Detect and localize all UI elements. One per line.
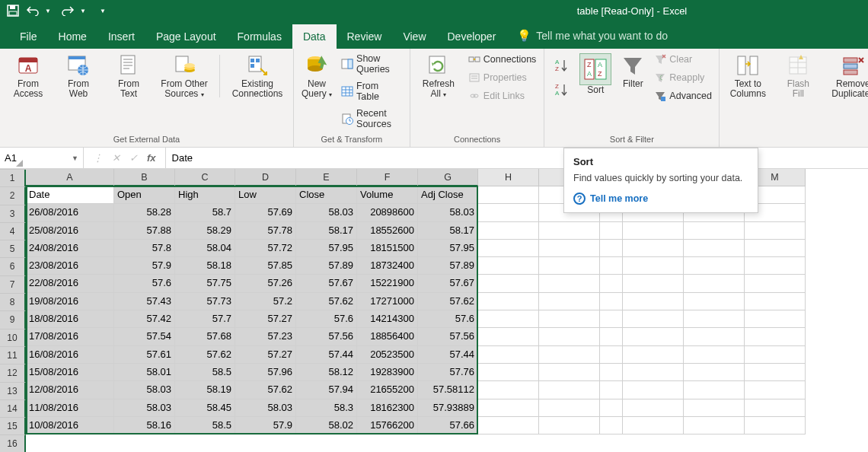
cell[interactable]: 58.03: [235, 399, 296, 417]
cell[interactable]: [745, 240, 806, 257]
tooltip-tell-me-more[interactable]: ? Tell me more: [573, 193, 748, 205]
cell[interactable]: 21655200: [357, 381, 418, 399]
cell[interactable]: [539, 417, 600, 434]
recent-sources-button[interactable]: Recent Sources: [340, 107, 404, 131]
cell[interactable]: [600, 293, 623, 310]
tab-file[interactable]: File: [9, 24, 48, 49]
cell[interactable]: 57.6: [418, 310, 478, 328]
connections-button[interactable]: Connections: [467, 52, 538, 67]
cell[interactable]: [745, 364, 806, 381]
cell[interactable]: [539, 222, 600, 240]
from-table-button[interactable]: From Table: [340, 79, 404, 103]
cell[interactable]: 57.62: [296, 293, 357, 310]
cell[interactable]: [745, 399, 806, 417]
cell[interactable]: [623, 310, 684, 328]
cell[interactable]: [539, 240, 600, 257]
cell[interactable]: 57.67: [418, 275, 478, 292]
row-header[interactable]: 6: [0, 258, 26, 275]
cell[interactable]: Volume: [357, 186, 418, 204]
cell[interactable]: [623, 328, 684, 345]
cell[interactable]: [539, 381, 600, 399]
cell[interactable]: 15/08/2016: [26, 364, 114, 381]
cell[interactable]: 23/08/2016: [26, 257, 114, 275]
cell[interactable]: 18162300: [357, 399, 418, 417]
cell[interactable]: [600, 257, 623, 275]
refresh-all-button[interactable]: RefreshAll ▾: [416, 52, 461, 103]
cell[interactable]: 57.73: [175, 293, 235, 310]
cell[interactable]: 19283900: [357, 364, 418, 381]
column-header[interactable]: H: [478, 169, 539, 186]
cell[interactable]: [745, 328, 806, 345]
tell-me-search[interactable]: 💡Tell me what you want to do: [506, 23, 678, 49]
cell[interactable]: 57.9: [235, 417, 296, 434]
cell[interactable]: [478, 310, 539, 328]
cell[interactable]: Adj Close: [418, 186, 478, 204]
cell[interactable]: [539, 293, 600, 310]
cell[interactable]: 12/08/2016: [26, 381, 114, 399]
new-query-button[interactable]: NewQuery ▾: [300, 52, 333, 131]
cell[interactable]: [684, 310, 745, 328]
cell[interactable]: 15766200: [357, 417, 418, 434]
cell[interactable]: [623, 417, 684, 434]
row-header[interactable]: 2: [0, 187, 26, 205]
cell[interactable]: [600, 275, 623, 292]
cell[interactable]: 58.04: [175, 240, 235, 257]
advanced-button[interactable]: Advanced: [653, 88, 713, 103]
cell[interactable]: 20898600: [357, 204, 418, 221]
cell[interactable]: [478, 417, 539, 434]
cell[interactable]: 58.12: [296, 364, 357, 381]
cell[interactable]: [600, 417, 623, 434]
cell[interactable]: [745, 346, 806, 364]
column-header[interactable]: E: [296, 169, 357, 186]
sort-asc-button[interactable]: AZ: [550, 54, 572, 77]
cell[interactable]: [478, 275, 539, 292]
column-header[interactable]: G: [418, 169, 478, 186]
from-other-sources-button[interactable]: From OtherSources ▾: [157, 52, 212, 100]
undo-dropdown-icon[interactable]: ▼: [41, 4, 55, 18]
cell[interactable]: [745, 293, 806, 310]
cell[interactable]: [478, 257, 539, 275]
cell[interactable]: [539, 364, 600, 381]
cell[interactable]: 57.8: [114, 240, 175, 257]
cell[interactable]: [623, 346, 684, 364]
cell[interactable]: 22/08/2016: [26, 275, 114, 292]
cell[interactable]: Date: [26, 186, 114, 204]
cell[interactable]: [478, 186, 539, 204]
row-header[interactable]: 16: [0, 435, 26, 452]
name-box[interactable]: A1▼: [0, 148, 84, 168]
cell[interactable]: 58.5: [175, 364, 235, 381]
row-header[interactable]: 9: [0, 311, 26, 329]
cell[interactable]: [600, 346, 623, 364]
cell[interactable]: [478, 364, 539, 381]
cell[interactable]: 57.27: [235, 346, 296, 364]
cell[interactable]: [478, 293, 539, 310]
cell[interactable]: 58.5: [175, 417, 235, 434]
cell[interactable]: 57.44: [418, 346, 478, 364]
cell[interactable]: 57.56: [418, 328, 478, 345]
from-web-button[interactable]: FromWeb: [56, 52, 101, 100]
cell[interactable]: [600, 381, 623, 399]
cell[interactable]: [539, 257, 600, 275]
cell[interactable]: 58.03: [114, 381, 175, 399]
qat-customize-icon[interactable]: ▼: [96, 4, 110, 18]
cell[interactable]: [745, 275, 806, 292]
cell[interactable]: 57.89: [418, 257, 478, 275]
cell[interactable]: 57.72: [235, 240, 296, 257]
cell[interactable]: [478, 222, 539, 240]
cell[interactable]: 57.78: [235, 222, 296, 240]
cell[interactable]: 57.26: [235, 275, 296, 292]
cell[interactable]: 57.62: [175, 346, 235, 364]
filter-button[interactable]: Filter: [619, 52, 646, 103]
cell[interactable]: [478, 240, 539, 257]
select-all-corner[interactable]: [0, 169, 26, 170]
cell[interactable]: 58.3: [296, 399, 357, 417]
text-to-columns-button[interactable]: Text toColumns: [726, 52, 770, 100]
cell[interactable]: 57.61: [114, 346, 175, 364]
cell[interactable]: 58.29: [175, 222, 235, 240]
undo-icon[interactable]: [26, 4, 40, 18]
cell[interactable]: 57.85: [235, 257, 296, 275]
cell[interactable]: 57.42: [114, 310, 175, 328]
cell[interactable]: 57.89: [296, 257, 357, 275]
cell[interactable]: 57.68: [175, 328, 235, 345]
cell[interactable]: [684, 364, 745, 381]
